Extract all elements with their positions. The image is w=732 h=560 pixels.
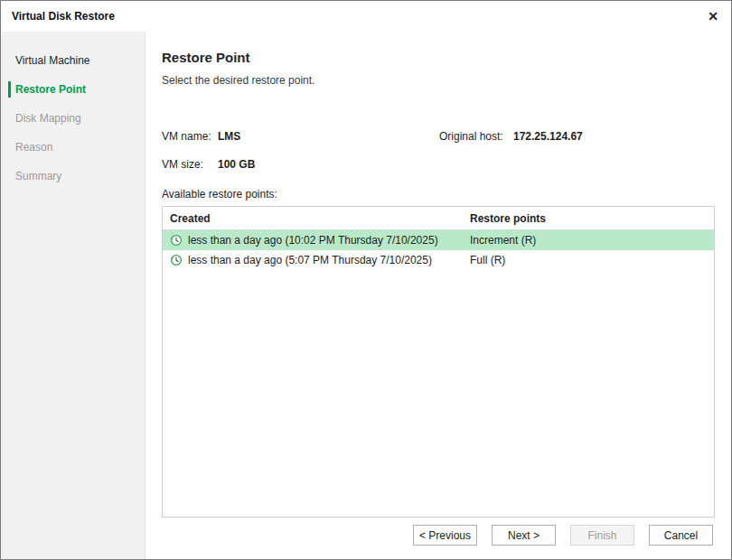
close-icon[interactable]: ✕: [708, 10, 718, 23]
restore-points-caption: Available restore points:: [162, 188, 715, 201]
step-label: Disk Mapping: [15, 112, 81, 125]
page-title: Restore Point: [162, 50, 715, 65]
vm-info-row-2: VM size: 100 GB: [162, 151, 715, 179]
restore-point-clock-icon: [170, 234, 183, 247]
step-label: Virtual Machine: [15, 54, 90, 67]
previous-button[interactable]: < Previous: [413, 525, 477, 546]
row-created-text: less than a day ago (5:07 PM Thursday 7/…: [188, 254, 432, 266]
original-host-label: Original host:: [439, 123, 513, 151]
titlebar: Virtual Disk Restore ✕: [1, 1, 731, 32]
original-host-value: 172.25.124.67: [513, 123, 715, 151]
row-restore-point-type: Full (R): [463, 254, 714, 266]
row-created-text: less than a day ago (10:02 PM Thursday 7…: [188, 234, 438, 247]
vm-name-label: VM name:: [162, 123, 218, 151]
cancel-button[interactable]: Cancel: [649, 525, 713, 546]
table-row-full[interactable]: less than a day ago (5:07 PM Thursday 7/…: [163, 250, 714, 270]
vm-name-value: LMS: [218, 123, 439, 151]
window-title: Virtual Disk Restore: [12, 10, 115, 23]
step-label: Restore Point: [15, 83, 86, 96]
wizard-footer: < Previous Next > Finish Cancel: [413, 525, 713, 546]
sidebar-item-summary[interactable]: Summary: [1, 162, 145, 191]
sidebar-item-reason[interactable]: Reason: [1, 133, 145, 162]
vm-size-value: 100 GB: [218, 151, 439, 179]
vm-size-label: VM size:: [162, 151, 218, 179]
table-header-row: Created Restore points: [163, 207, 714, 230]
vm-info-row-1: VM name: LMS Original host: 172.25.124.6…: [162, 123, 715, 151]
step-label: Reason: [15, 141, 52, 154]
finish-button: Finish: [570, 525, 634, 546]
sidebar-item-disk-mapping[interactable]: Disk Mapping: [1, 104, 145, 133]
wizard-steps-sidebar: Virtual Machine Restore Point Disk Mappi…: [1, 32, 145, 559]
page-subtitle: Select the desired restore point.: [162, 74, 715, 87]
main-panel: Restore Point Select the desired restore…: [145, 32, 731, 559]
restore-points-table: Created Restore points less than a day a…: [162, 206, 715, 518]
virtual-disk-restore-window: Virtual Disk Restore ✕ Virtual Machine R…: [0, 0, 732, 560]
next-button[interactable]: Next >: [492, 525, 556, 546]
sidebar-item-restore-point[interactable]: Restore Point: [1, 75, 145, 104]
sidebar-item-virtual-machine[interactable]: Virtual Machine: [1, 46, 145, 75]
step-label: Summary: [15, 170, 61, 182]
column-header-created[interactable]: Created: [163, 212, 463, 225]
table-row-increment[interactable]: less than a day ago (10:02 PM Thursday 7…: [163, 230, 714, 250]
row-restore-point-type: Increment (R): [463, 234, 714, 247]
restore-point-clock-icon: [170, 254, 183, 266]
column-header-restore-points[interactable]: Restore points: [463, 212, 714, 225]
